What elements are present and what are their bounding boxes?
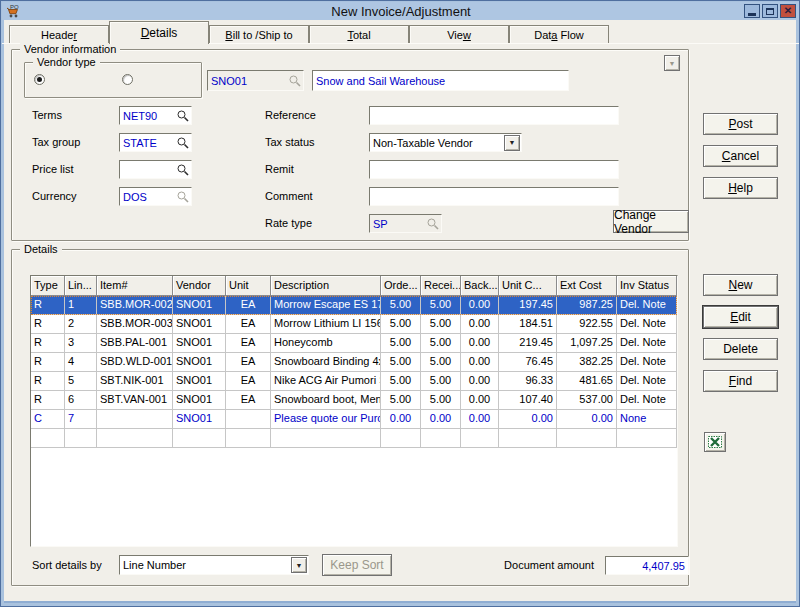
table-cell: EA [226, 391, 271, 409]
table-header-cell[interactable]: Inv Status [617, 276, 677, 296]
delete-button[interactable]: Delete [703, 338, 778, 360]
sort-by-dropdown-icon[interactable]: ▼ [291, 557, 307, 573]
tab-total[interactable]: Total [309, 25, 409, 44]
table-cell: 197.45 [499, 296, 557, 314]
table-header-cell[interactable]: Recei... [421, 276, 461, 296]
table-cell: Morrow Lithium LI 156 [271, 315, 381, 333]
terms-field[interactable]: NET90 [119, 106, 192, 125]
table-row[interactable]: R3SBB.PAL-001SNO01EAHoneycomb5.005.000.0… [31, 334, 677, 353]
export-to-excel-button[interactable] [704, 432, 726, 452]
details-table[interactable]: TypeLin...Item#VendorUnitDescriptionOrde… [30, 275, 678, 547]
table-cell: R [31, 372, 65, 390]
table-cell: SBT.VAN-001 [97, 391, 173, 409]
tab-view[interactable]: View [409, 25, 509, 44]
comment-label: Comment [265, 190, 313, 202]
tax-status-combobox[interactable]: Non-Taxable Vendor ▼ [369, 133, 522, 152]
maximize-button[interactable] [762, 4, 778, 18]
minimize-button[interactable] [744, 4, 760, 18]
tab-details[interactable]: Details [109, 21, 209, 44]
tax-group-field[interactable]: STATE [119, 133, 192, 152]
table-cell: 7 [65, 410, 97, 428]
table-header-cell[interactable]: Ext Cost [557, 276, 617, 296]
table-row[interactable]: R4SBD.WLD-001SNO01EASnowboard Binding 4x… [31, 353, 677, 372]
close-button[interactable]: ✕ [780, 4, 796, 18]
tab-bill-to-ship-to[interactable]: Bill to /Ship to [209, 25, 309, 44]
table-row[interactable]: R6SBT.VAN-001SNO01EASnowboard boot, Men.… [31, 391, 677, 410]
post-button[interactable]: Post [703, 113, 778, 135]
table-cell [499, 429, 557, 447]
table-header-cell[interactable]: Type [31, 276, 65, 296]
vendor-code-field[interactable]: SNO01 [207, 70, 304, 91]
table-header-cell[interactable]: Orde... [381, 276, 421, 296]
keep-sort-button[interactable]: Keep Sort [322, 554, 392, 576]
table-row[interactable]: C7SNO01Please quote our Purc...0.000.000… [31, 410, 677, 429]
table-row[interactable]: R2SBB.MOR-003SNO01EAMorrow Lithium LI 15… [31, 315, 677, 334]
table-cell: 5.00 [421, 391, 461, 409]
vendor-code-lookup-icon[interactable] [286, 71, 303, 90]
vendor-dropdown-button[interactable]: ▼ [664, 55, 680, 71]
table-header-cell[interactable]: Item# [97, 276, 173, 296]
table-cell: Del. Note [617, 353, 677, 371]
radio-sundry[interactable] [122, 74, 138, 85]
rate-type-value: SP [370, 218, 424, 230]
radio-payables[interactable] [34, 74, 50, 85]
table-header-cell[interactable]: Unit C... [499, 276, 557, 296]
terms-lookup-icon[interactable] [174, 107, 191, 124]
table-header-row: TypeLin...Item#VendorUnitDescriptionOrde… [31, 276, 677, 296]
tab-header[interactable]: Header [9, 25, 109, 44]
table-header-cell[interactable]: Description [271, 276, 381, 296]
table-cell: 5.00 [421, 353, 461, 371]
table-cell: 0.00 [461, 410, 499, 428]
table-cell: SBB.MOR-003 [97, 315, 173, 333]
tax-status-dropdown-icon[interactable]: ▼ [504, 135, 520, 151]
new-button[interactable]: New [703, 274, 778, 296]
sort-by-combobox[interactable]: Line Number ▼ [119, 555, 309, 575]
vendor-name-field[interactable]: Snow and Sail Warehouse [312, 70, 569, 91]
document-amount-label: Document amount [412, 559, 594, 571]
currency-value: DOS [120, 191, 174, 203]
table-cell: SNO01 [173, 334, 226, 352]
table-header-cell[interactable]: Vendor [173, 276, 226, 296]
table-cell: 5.00 [381, 372, 421, 390]
table-row[interactable]: R1SBB.MOR-002SNO01EAMorrow Escape ES 170… [31, 296, 677, 315]
table-row[interactable]: R5SBT.NIK-001SNO01EANike ACG Air Pumori … [31, 372, 677, 391]
help-button[interactable]: Help [703, 177, 778, 199]
find-button[interactable]: Find [703, 370, 778, 392]
table-row[interactable] [31, 429, 677, 448]
table-cell: R [31, 296, 65, 314]
document-amount-field: 4,407.95 [605, 556, 689, 575]
currency-lookup-icon[interactable] [174, 188, 191, 205]
comment-field[interactable] [369, 187, 619, 206]
tab-data-flow[interactable]: Data Flow [509, 25, 609, 44]
table-cell: R [31, 334, 65, 352]
price-list-field[interactable] [119, 160, 192, 179]
table-cell: Del. Note [617, 372, 677, 390]
rate-type-field[interactable]: SP [369, 214, 442, 233]
table-cell: 5.00 [381, 391, 421, 409]
table-cell [617, 429, 677, 447]
table-cell: EA [226, 372, 271, 390]
edit-button[interactable]: Edit [703, 306, 778, 328]
remit-field[interactable] [369, 160, 619, 179]
table-cell [226, 429, 271, 447]
table-cell: 0.00 [381, 410, 421, 428]
table-header-cell[interactable]: Unit [226, 276, 271, 296]
table-cell: EA [226, 353, 271, 371]
titlebar[interactable]: PO New Invoice/Adjustment ✕ [2, 2, 800, 20]
rate-type-lookup-icon[interactable] [424, 215, 441, 232]
reference-field[interactable] [369, 106, 619, 125]
table-cell: 0.00 [461, 296, 499, 314]
table-header-cell[interactable]: Lin... [65, 276, 97, 296]
currency-field[interactable]: DOS [119, 187, 192, 206]
table-header-cell[interactable]: Back... [461, 276, 499, 296]
currency-label: Currency [32, 190, 77, 202]
price-list-lookup-icon[interactable] [174, 161, 191, 178]
change-vendor-label: Change Vendor [614, 208, 688, 236]
vendor-information-legend: Vendor information [20, 43, 120, 55]
change-vendor-button[interactable]: Change Vendor [613, 210, 689, 233]
new-invoice-adjustment-window: PO New Invoice/Adjustment ✕ Header Detai… [0, 0, 800, 607]
vendor-information-group: Vendor information Vendor type SNO01 Sno… [11, 49, 689, 241]
sort-details-by-label: Sort details by [32, 559, 102, 571]
tax-group-lookup-icon[interactable] [174, 134, 191, 151]
cancel-button[interactable]: Cancel [703, 145, 778, 167]
